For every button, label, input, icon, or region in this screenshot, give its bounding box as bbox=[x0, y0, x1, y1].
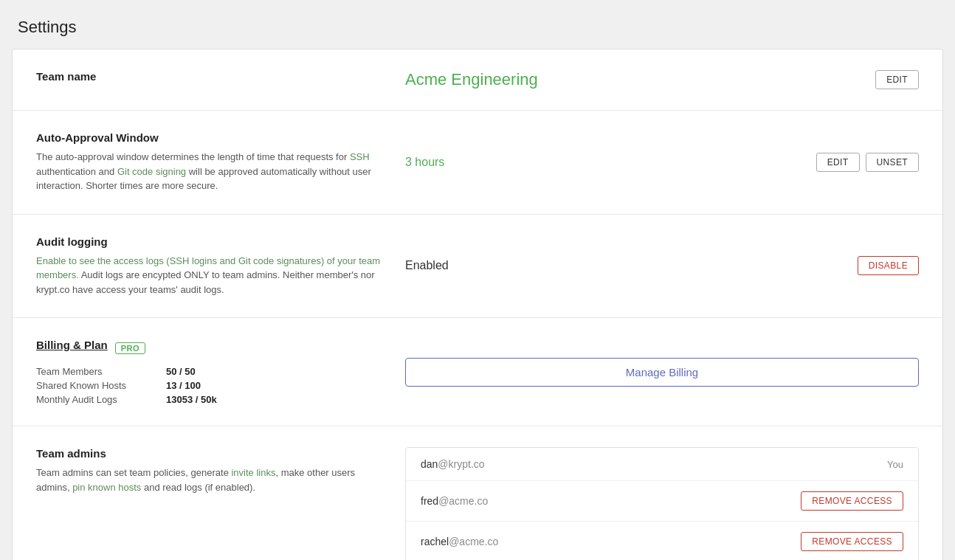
team-admins-label: Team admins bbox=[36, 447, 390, 460]
git-code-signing-link[interactable]: Git code signing bbox=[117, 166, 186, 177]
auto-approval-desc: The auto-approval window determines the … bbox=[36, 150, 390, 193]
remove-access-rachel-button[interactable]: REMOVE ACCESS bbox=[801, 532, 903, 551]
billing-left: Billing & Plan PRO Team Members 50 / 50 … bbox=[36, 339, 390, 405]
billing-stat-logs: Monthly Audit Logs 13053 / 50k bbox=[36, 394, 390, 405]
billing-title-row: Billing & Plan PRO bbox=[36, 339, 390, 357]
pro-badge: PRO bbox=[115, 342, 146, 354]
billing-label: Billing & Plan bbox=[36, 339, 108, 351]
billing-stat-hosts: Shared Known Hosts 13 / 100 bbox=[36, 380, 390, 391]
auto-approval-value: 3 hours bbox=[405, 156, 444, 169]
team-name-right: Acme Engineering EDIT bbox=[405, 70, 919, 89]
auto-approval-left: Auto-Approval Window The auto-approval w… bbox=[36, 131, 390, 193]
ssh-link[interactable]: SSH bbox=[350, 151, 370, 162]
stat-label-members: Team Members bbox=[36, 366, 154, 377]
admins-panel: dan@krypt.co You fred@acme.co REMOVE ACC… bbox=[405, 447, 919, 560]
admin-row-fred: fred@acme.co REMOVE ACCESS bbox=[406, 481, 918, 522]
admin-email-domain-dan: @krypt.co bbox=[438, 458, 484, 470]
team-name-edit-button[interactable]: EDIT bbox=[875, 70, 919, 89]
admin-email-user-dan: dan bbox=[421, 458, 438, 470]
stat-value-members: 50 / 50 bbox=[166, 366, 196, 377]
admin-email-fred: fred@acme.co bbox=[421, 495, 488, 507]
audit-logging-right: Enabled DISABLE bbox=[405, 235, 919, 297]
admin-email-domain-rachel: @acme.co bbox=[449, 536, 498, 547]
you-label: You bbox=[887, 459, 903, 470]
admin-email-user-rachel: rachel bbox=[421, 536, 449, 547]
auto-approval-edit-button[interactable]: EDIT bbox=[816, 153, 860, 172]
pin-known-hosts-link[interactable]: pin known hosts bbox=[72, 482, 141, 493]
admin-row-dan: dan@krypt.co You bbox=[406, 448, 918, 481]
team-name-row: Team name Acme Engineering EDIT bbox=[13, 49, 942, 111]
stat-value-logs: 13053 / 50k bbox=[166, 394, 217, 405]
team-name-value: Acme Engineering bbox=[405, 70, 538, 89]
audit-logging-label: Audit logging bbox=[36, 235, 390, 248]
auto-approval-unset-button[interactable]: UNSET bbox=[866, 153, 919, 172]
audit-logging-disable-button[interactable]: DISABLE bbox=[858, 256, 919, 275]
audit-logging-value: Enabled bbox=[405, 259, 449, 272]
billing-stats: Team Members 50 / 50 Shared Known Hosts … bbox=[36, 366, 390, 405]
billing-row: Billing & Plan PRO Team Members 50 / 50 … bbox=[13, 318, 942, 426]
stat-label-hosts: Shared Known Hosts bbox=[36, 380, 154, 391]
page-title: Settings bbox=[0, 0, 955, 49]
auto-approval-row: Auto-Approval Window The auto-approval w… bbox=[13, 111, 942, 215]
admin-email-user-fred: fred bbox=[421, 495, 438, 507]
admin-row-rachel: rachel@acme.co REMOVE ACCESS bbox=[406, 522, 918, 560]
stat-label-logs: Monthly Audit Logs bbox=[36, 394, 154, 405]
manage-billing-button[interactable]: Manage Billing bbox=[405, 358, 919, 387]
admin-email-rachel: rachel@acme.co bbox=[421, 536, 498, 547]
admin-email-dan: dan@krypt.co bbox=[421, 458, 485, 470]
team-admins-left: Team admins Team admins can set team pol… bbox=[36, 447, 390, 560]
stat-value-hosts: 13 / 100 bbox=[166, 380, 201, 391]
audit-logging-enable-link[interactable]: Enable to see the access logs (SSH login… bbox=[36, 255, 380, 281]
team-name-left: Team name bbox=[36, 70, 390, 89]
team-admins-desc: Team admins can set team policies, gener… bbox=[36, 466, 390, 494]
audit-logging-left: Audit logging Enable to see the access l… bbox=[36, 235, 390, 297]
auto-approval-right: 3 hours EDIT UNSET bbox=[405, 131, 919, 193]
team-name-label: Team name bbox=[36, 70, 390, 83]
audit-logging-row: Audit logging Enable to see the access l… bbox=[13, 215, 942, 319]
audit-logging-desc: Enable to see the access logs (SSH login… bbox=[36, 254, 390, 297]
settings-container: Team name Acme Engineering EDIT Auto-App… bbox=[12, 49, 943, 560]
billing-stat-members: Team Members 50 / 50 bbox=[36, 366, 390, 377]
team-admins-row: Team admins Team admins can set team pol… bbox=[13, 426, 942, 560]
admin-email-domain-fred: @acme.co bbox=[438, 495, 488, 507]
invite-links-link[interactable]: invite links bbox=[231, 467, 275, 478]
remove-access-fred-button[interactable]: REMOVE ACCESS bbox=[801, 491, 903, 511]
auto-approval-buttons: EDIT UNSET bbox=[816, 153, 919, 172]
team-admins-right: dan@krypt.co You fred@acme.co REMOVE ACC… bbox=[405, 447, 919, 560]
auto-approval-label: Auto-Approval Window bbox=[36, 131, 390, 144]
billing-right: Manage Billing bbox=[405, 339, 919, 405]
